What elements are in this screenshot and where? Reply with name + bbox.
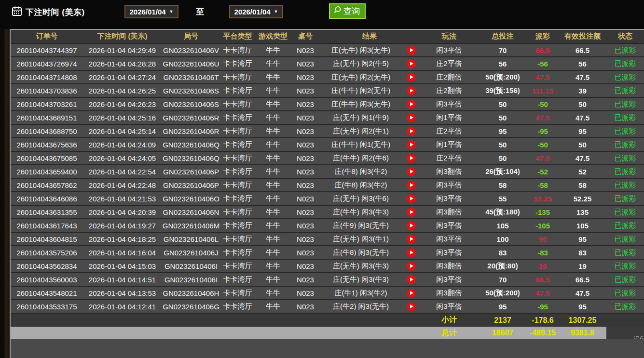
cell-result: 庄(无牛) 闲2(牛5)	[319, 57, 402, 70]
cell-valid: 95	[559, 232, 606, 246]
cell-round: GN0232610406S	[162, 97, 220, 111]
cell-order: 260104043744397	[11, 43, 83, 57]
grand-total-total-bet: 18607	[479, 327, 527, 339]
play-triangle	[410, 264, 413, 268]
cell-status: 已派彩	[606, 192, 644, 205]
cell-total: 50	[479, 97, 527, 111]
date-to-select[interactable]: 2026/01/04 ▼	[229, 5, 283, 18]
cell-total: 70	[479, 273, 527, 286]
cell-play: 闲3平倍	[420, 273, 479, 286]
cell-status: 已派彩	[606, 178, 644, 192]
cell-status: 已派彩	[606, 273, 644, 286]
cell-status: 已派彩	[606, 151, 644, 165]
cell-order: 260104043533175	[11, 300, 83, 313]
table-row: 2601040435480212026-01-04 04:13:53GN0232…	[11, 286, 644, 300]
cell-icon	[402, 151, 420, 165]
play-video-icon[interactable]	[407, 208, 416, 217]
col-header: 有效投注额	[559, 30, 606, 43]
cell-platform: 卡卡湾厅	[220, 246, 255, 259]
cell-total: 50	[479, 151, 527, 165]
cell-time: 2026-01-04 04:14:51	[83, 273, 162, 286]
play-video-icon[interactable]	[407, 73, 416, 82]
play-video-icon[interactable]	[407, 86, 416, 95]
cell-table-no: N023	[291, 300, 319, 313]
play-video-icon[interactable]	[407, 289, 416, 298]
cell-result: 庄(无牛) 闲3(牛3)	[319, 259, 402, 273]
play-video-icon[interactable]	[407, 235, 416, 244]
play-video-icon[interactable]	[407, 100, 416, 109]
play-triangle	[410, 143, 413, 146]
cell-order: 260104043631355	[11, 205, 83, 219]
cell-time: 2026-01-04 04:15:03	[83, 259, 162, 273]
play-video-icon[interactable]	[407, 181, 416, 190]
cell-status: 已派彩	[606, 246, 644, 259]
table-row: 2601040436750852026-01-04 04:24:05GN0232…	[11, 151, 644, 165]
cell-platform: 卡卡湾厅	[220, 273, 255, 286]
left-edge-strip	[0, 29, 10, 358]
cell-total: 50	[479, 111, 527, 124]
bet-records-table-wrap: 订单号下注时间 (美东)局号平台类型游戏类型桌号结果玩法总投注派彩有效投注额状态…	[10, 29, 644, 358]
cell-order: 260104043659400	[11, 165, 83, 178]
cell-icon	[402, 178, 420, 192]
cell-result: 庄(无牛) 闲3(无牛)	[319, 43, 402, 57]
cell-play: 庄2平倍	[420, 124, 479, 138]
bet-records-table: 订单号下注时间 (美东)局号平台类型游戏类型桌号结果玩法总投注派彩有效投注额状态…	[11, 30, 644, 339]
play-video-icon[interactable]	[407, 140, 416, 149]
cell-platform: 卡卡湾厅	[220, 232, 255, 246]
cell-valid: 47.5	[559, 151, 606, 165]
cell-order: 260104043617643	[11, 219, 83, 232]
play-video-icon[interactable]	[407, 113, 416, 122]
subtotal-row: 小计 2137 -178.6 1307.25	[11, 313, 644, 327]
cell-order: 260104043604815	[11, 232, 83, 246]
cell-play: 闲3翻倍	[420, 205, 479, 219]
topbar: 下注时间 (美东) 2026/01/04 ▼ 至 2026/01/04 ▼ 查询	[0, 0, 644, 29]
cell-payout: -50	[527, 138, 559, 151]
cell-icon	[402, 273, 420, 286]
play-video-icon[interactable]	[407, 302, 416, 311]
cell-platform: 卡卡湾厅	[220, 300, 255, 313]
search-button[interactable]: 查询	[329, 3, 366, 19]
cell-icon	[402, 57, 420, 70]
play-triangle	[410, 129, 413, 133]
play-video-icon[interactable]	[407, 154, 416, 163]
cell-play: 闲3翻倍	[420, 259, 479, 273]
cell-total: 55	[479, 192, 527, 205]
cell-table-no: N023	[291, 57, 319, 70]
cell-time: 2026-01-04 04:12:41	[83, 300, 162, 313]
cell-total: 45(预:180)	[479, 205, 527, 219]
col-header: 平台类型	[220, 30, 255, 43]
cell-table-no: N023	[291, 286, 319, 300]
table-row: 2601040436048152026-01-04 04:18:25GN0232…	[11, 232, 644, 246]
cell-payout: 52.25	[527, 192, 559, 205]
cell-total: 70	[479, 43, 527, 57]
cell-payout: -135	[527, 205, 559, 219]
cell-table-no: N023	[291, 84, 319, 97]
play-triangle	[410, 224, 413, 227]
cell-status: 已派彩	[606, 165, 644, 178]
cell-game: 牛牛	[255, 192, 291, 205]
play-triangle	[410, 278, 413, 281]
cell-payout: 47.5	[527, 286, 559, 300]
cell-game: 牛牛	[255, 219, 291, 232]
cell-time: 2026-01-04 04:26:25	[83, 84, 162, 97]
cell-time: 2026-01-04 04:20:39	[83, 205, 162, 219]
cell-order: 260104043646086	[11, 192, 83, 205]
cell-result: 庄(牛牛) 闲3(无牛)	[319, 97, 402, 111]
cell-valid: 50	[559, 97, 606, 111]
play-video-icon[interactable]	[407, 248, 416, 257]
play-video-icon[interactable]	[407, 127, 416, 136]
cell-round: GN0232610406T	[162, 70, 220, 84]
play-video-icon[interactable]	[407, 167, 416, 176]
cell-order: 260104043562834	[11, 259, 83, 273]
play-video-icon[interactable]	[407, 194, 416, 203]
cell-order: 260104043688750	[11, 124, 83, 138]
date-from-select[interactable]: 2026/01/04 ▼	[124, 5, 178, 18]
play-video-icon[interactable]	[407, 262, 416, 271]
cell-round: GN0232610406S	[162, 84, 220, 97]
cell-round: GN0232610406R	[162, 124, 220, 138]
play-video-icon[interactable]	[407, 221, 416, 230]
play-video-icon[interactable]	[407, 59, 416, 68]
play-video-icon[interactable]	[407, 46, 416, 55]
cell-icon	[402, 300, 420, 313]
play-video-icon[interactable]	[407, 275, 416, 284]
